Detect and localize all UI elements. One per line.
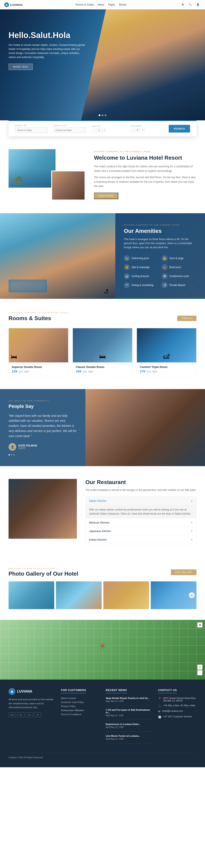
adults-decrement[interactable]: − <box>92 128 96 132</box>
gallery-header: WELCOME TO OUR PHOTO GALLERY Photo Galle… <box>8 567 197 577</box>
amenity-boat-tours: 🚤 Boat tours <box>162 264 197 270</box>
welcome-text-1: The Hotel Luviana is the right choice fo… <box>94 164 197 173</box>
kitchen-japanese-chevron: ▼ <box>191 530 193 532</box>
hero-dot-1[interactable] <box>99 114 100 116</box>
map-zoom-out[interactable]: − <box>197 670 202 675</box>
news-2-title[interactable]: 7 US and Fun types in Bali Destinations … <box>106 709 152 714</box>
welcome-title: Welcome to Luviana Hotel Resort <box>94 154 197 161</box>
amenities-text: The hotel is arranged on three floors wi… <box>124 237 197 250</box>
author-role: GUEST <box>18 447 37 450</box>
logo[interactable]: Luviana <box>4 2 22 7</box>
footer-link-ambassador[interactable]: Ambassador Affiliation <box>61 709 99 712</box>
room-3-price: 179 / per night <box>140 369 193 373</box>
testimonial-dot-3[interactable] <box>13 454 14 456</box>
children-decrement[interactable]: − <box>130 128 135 132</box>
restaurant-desc: The buffet breakfast is served in the lo… <box>85 488 197 492</box>
spa-massage-icon: 💆 <box>124 264 130 270</box>
restaurant-image <box>8 479 77 539</box>
news-3-date: April May 22, 2108 <box>106 726 152 728</box>
gallery-section: WELCOME TO OUR PHOTO GALLERY Photo Galle… <box>0 557 205 620</box>
rooms-view-all-button[interactable]: VIEW ALL <box>177 316 197 321</box>
welcome-section: 🌴 RAISING COMFORT TO THE HIGHEST LEVEL W… <box>0 136 205 213</box>
amenities-background-image: 🏖 <box>0 213 115 299</box>
booking-bar-container: Check in ↑ Check-out ↑ Adults − 1 + Chil… <box>0 120 205 136</box>
kitchen-japanese[interactable]: Japanese Kitchen ▼ <box>86 527 196 535</box>
footer-logo: LUVIANA <box>8 688 55 695</box>
news-1-title[interactable]: Spas Dental Strack Travels to visit for.… <box>106 697 152 700</box>
grid-icon[interactable]: ⊞ <box>180 2 185 7</box>
news-item-1: Spas Dental Strack Travels to visit for.… <box>106 697 152 706</box>
author-info: KATE POLMAN GUEST <box>18 444 37 450</box>
kitchen-mexican-label: Mexican Kitchen <box>89 521 109 524</box>
amenity-boat-tours-label: Boat tours <box>169 266 181 269</box>
kitchen-indian[interactable]: Indian Kitchen ▼ <box>86 535 196 544</box>
nav-news[interactable]: News <box>98 3 104 6</box>
room-card-3[interactable]: Comfort Triple Room 179 / per night <box>137 328 197 376</box>
room-card-2[interactable]: Classic Double Room 159 / per night <box>72 328 133 376</box>
kitchen-mexican[interactable]: Mexican Kitchen ▼ <box>86 519 196 527</box>
join-gallery-button[interactable]: JOIN GALLERY <box>171 569 197 575</box>
map-location-marker: 📍 <box>99 644 106 650</box>
room-3-info: Comfort Triple Room 179 / per night <box>137 362 196 376</box>
footer-link-customer-care[interactable]: Customer Care Policy <box>61 701 99 704</box>
footer-logo-text: LUVIANA <box>17 689 32 693</box>
map-scale-button[interactable]: ⊞ <box>197 622 202 627</box>
children-increment[interactable]: + <box>141 128 145 132</box>
welcome-secondary-image <box>51 170 85 200</box>
contact-address-text: 6972 Grand Cheval Street Rua Dei Mar 12,… <box>163 697 197 702</box>
search-icon[interactable]: 🔍 <box>187 2 193 7</box>
nav-pages[interactable]: Pages <box>108 3 115 6</box>
footer-link-about[interactable]: About Luviana <box>61 697 99 700</box>
news-item-3: Experiences in Luviana Hotel... April Ma… <box>106 723 152 732</box>
nav-blocks[interactable]: Blocks <box>119 3 127 6</box>
hero-dot-3[interactable] <box>105 114 106 116</box>
amenity-gym-yoga: 💪 Gym & yoga <box>162 255 197 261</box>
testimonial-dot-2[interactable] <box>11 454 12 456</box>
gallery-next-button[interactable]: › <box>189 592 195 598</box>
gallery-grid: › <box>8 581 197 609</box>
checkout-input[interactable] <box>53 127 86 133</box>
footer-news-column: Recent News Spas Dental Strack Travels t… <box>106 688 152 746</box>
welcome-read-more-button[interactable]: READ MORE <box>94 192 118 199</box>
checkin-input[interactable] <box>15 127 48 133</box>
news-3-title[interactable]: Experiences in Luviana Hotel... <box>106 723 152 725</box>
contact-address: 📍 6972 Grand Cheval Street Rua Dei Mar 1… <box>158 697 197 702</box>
map-zoom-in[interactable]: + <box>197 664 202 670</box>
hero-dot-2[interactable] <box>101 114 104 116</box>
diving-icon: 🤿 <box>124 282 130 288</box>
nav-rooms-suites[interactable]: Rooms & Suites <box>76 3 94 6</box>
news-item-4: Live Music Fusion at Luviana... April Ma… <box>106 735 152 743</box>
adults-increment[interactable]: + <box>102 128 106 132</box>
news-4-date: April May 22, 2108 <box>106 738 152 740</box>
gallery-image-2[interactable] <box>56 581 101 609</box>
checkin-label: Check in ↑ <box>15 124 48 127</box>
beach-icon: 🏖 <box>162 282 168 288</box>
footer-link-privacy[interactable]: Privacy Policy <box>61 705 99 708</box>
logo-text: Luviana <box>10 3 22 6</box>
gallery-image-4[interactable]: › <box>151 581 197 609</box>
footer-customers-column: For Customers About Luviana Customer Car… <box>61 688 99 746</box>
news-4-title[interactable]: Live Music Fusion at Luviana... <box>106 735 152 737</box>
main-nav: Rooms & Suites News Pages Blocks <box>76 3 127 6</box>
amenity-spa-massage-label: Spa & massage <box>131 266 150 269</box>
news-item-2: 7 US and Fun types in Bali Destinations … <box>106 709 152 720</box>
kitchen-italian-label: Italian Kitchen <box>89 499 107 502</box>
contact-phone: 📞 +41 Mac a fata +41 Mac a fata <box>158 704 197 708</box>
footer-link-terms[interactable]: Terms & Conditions <box>61 713 99 716</box>
kitchen-italian[interactable]: Italian Kitchen ▲ <box>86 497 196 505</box>
testimonial-background-image <box>85 389 205 466</box>
map-grid-overlay <box>0 620 205 680</box>
gallery-image-3[interactable] <box>104 581 149 609</box>
map-section: 📍 ⊞ + − <box>0 620 205 680</box>
room-card-1[interactable]: 🛏 Superior Double Room 129 / per night <box>8 328 68 376</box>
room-2-image <box>73 328 132 362</box>
user-icon[interactable]: 👤 <box>195 2 201 7</box>
testimonial-dot-1[interactable] <box>8 454 10 456</box>
rooms-header: Rooms & Suites VIEW ALL <box>8 315 197 322</box>
amenities-content: RAISING COMFORT TO THE HIGHEST LEVEL Our… <box>115 213 205 299</box>
search-button[interactable]: SEARCH <box>169 125 190 132</box>
gallery-image-1[interactable] <box>8 581 54 609</box>
hero-cta-button[interactable]: MORE INFO <box>8 64 33 70</box>
rooms-section-label: — RAISING COMFORT TO THE HIGHEST LEVEL <box>8 312 197 314</box>
footer-logo-column: LUVIANA All items and tools provided on … <box>8 688 55 746</box>
